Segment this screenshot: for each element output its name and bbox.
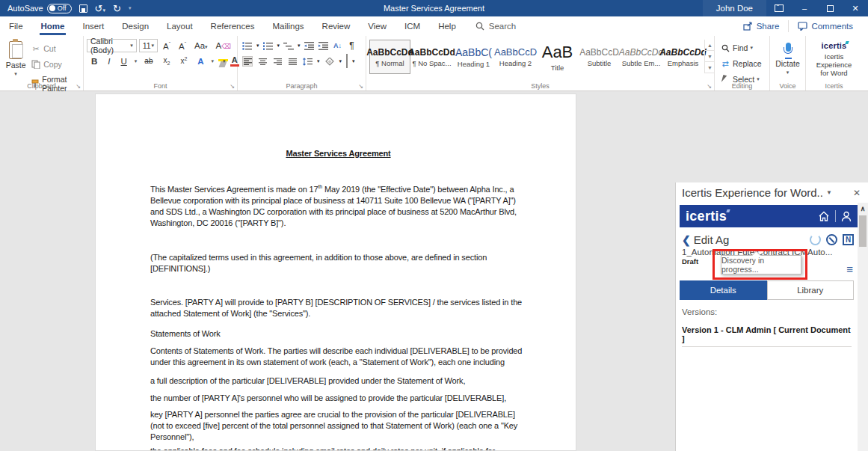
clear-formatting-button[interactable]: A⌫ [213, 40, 234, 51]
autosave-pill[interactable]: Off [47, 4, 72, 13]
borders-button[interactable] [346, 55, 348, 68]
styles-scroll-down[interactable]: ▼ [705, 51, 715, 62]
copy-button[interactable]: Copy [28, 58, 80, 71]
style-heading1[interactable]: AaBbC(Heading 1 [453, 40, 494, 74]
style-subtle-emphasis[interactable]: AaBbCcDdSubtle Em... [621, 40, 662, 74]
tab-icm[interactable]: ICM [395, 16, 429, 36]
numbering-dropdown-icon[interactable]: ▾ [277, 43, 280, 49]
borders-dropdown-icon[interactable]: ▾ [352, 58, 355, 64]
undo-icon[interactable]: ↺▾ [95, 4, 105, 13]
search-box[interactable]: Search [475, 22, 516, 31]
tab-mailings[interactable]: Mailings [263, 16, 313, 36]
styles-gallery-more[interactable]: ▼ [705, 62, 715, 73]
save-icon[interactable] [79, 4, 87, 13]
scroll-up-icon[interactable]: ∧ [858, 203, 868, 215]
tab-references[interactable]: References [202, 16, 264, 36]
shading-button[interactable] [324, 56, 335, 67]
italic-button[interactable]: I [105, 56, 113, 67]
align-center-button[interactable] [257, 56, 268, 67]
decrease-indent-button[interactable] [304, 40, 315, 51]
version-entry[interactable]: Version 1 - CLM Admin [ Current Document… [682, 325, 852, 347]
paragraph-dialog-launcher[interactable]: ↘ [358, 83, 363, 90]
multilevel-list-button[interactable] [283, 40, 294, 51]
tab-review[interactable]: Review [313, 16, 360, 36]
tab-insert[interactable]: Insert [73, 16, 113, 36]
cut-button[interactable]: ✂Cut [28, 42, 80, 55]
tab-design[interactable]: Design [113, 16, 158, 36]
styles-scroll-up[interactable]: ▲ [705, 40, 715, 51]
bullets-button[interactable] [242, 40, 253, 51]
home-icon[interactable] [818, 211, 830, 222]
align-right-button[interactable] [272, 56, 283, 67]
line-spacing-dropdown-icon[interactable]: ▾ [317, 58, 320, 64]
tab-library[interactable]: Library [767, 280, 855, 300]
style-no-spacing[interactable]: AaBbCcDd¶ No Spac... [411, 40, 452, 74]
bullets-dropdown-icon[interactable]: ▾ [256, 43, 259, 49]
replace-button[interactable]: ⇄ Replace [718, 57, 764, 70]
pane-scrollbar[interactable]: ∧ ∨ [858, 203, 868, 451]
sort-button[interactable]: A↓ [333, 40, 343, 51]
line-spacing-button[interactable] [302, 56, 313, 67]
underline-dropdown-icon[interactable]: ▾ [135, 58, 138, 64]
multilevel-dropdown-icon[interactable]: ▾ [298, 43, 301, 49]
back-chevron-icon[interactable]: ❮ [682, 234, 691, 246]
task-pane-close-icon[interactable]: ✕ [850, 188, 864, 198]
paste-button[interactable]: Paste ▾ [3, 39, 28, 80]
align-left-button[interactable] [242, 56, 253, 67]
style-normal[interactable]: AaBbCcDd¶ Normal [369, 40, 410, 74]
hamburger-menu-icon[interactable]: ≡ [846, 263, 853, 275]
autosave-toggle[interactable]: AutoSave Off [7, 4, 72, 13]
comments-button[interactable]: Comments [789, 19, 862, 33]
minimize-button[interactable]: – [792, 0, 817, 16]
underline-button[interactable]: U [118, 56, 130, 67]
dictate-button[interactable]: Dictate ▾ [773, 39, 802, 80]
account-name[interactable]: John Doe [703, 0, 766, 16]
dictate-dropdown-icon[interactable]: ▾ [787, 70, 789, 76]
numbering-button[interactable] [263, 40, 274, 51]
font-family-select[interactable]: Calibri (Body)▾ [87, 39, 137, 52]
find-button[interactable]: Find▾ [718, 41, 764, 55]
scrollbar-thumb[interactable] [859, 215, 867, 247]
show-paragraph-marks-button[interactable]: ¶ [347, 40, 357, 51]
font-size-select[interactable]: 11▾ [139, 39, 158, 52]
paste-dropdown-icon[interactable]: ▾ [14, 71, 17, 77]
close-button[interactable]: ✕ [843, 0, 868, 16]
superscript-button[interactable]: x2 [177, 55, 190, 66]
redo-icon[interactable]: ↻ [113, 4, 121, 13]
tab-file[interactable]: File [0, 16, 32, 36]
grow-font-button[interactable]: Aˆ [160, 40, 173, 52]
user-icon[interactable] [841, 211, 852, 222]
subscript-button[interactable]: x2 [160, 55, 173, 67]
highlight-dropdown-icon[interactable]: ▾ [223, 58, 226, 64]
document-page[interactable]: Master Services Agreement This Master Se… [95, 93, 576, 451]
clipboard-dialog-launcher[interactable]: ↘ [76, 83, 81, 90]
notes-icon[interactable]: N [843, 234, 854, 245]
customize-qat-icon[interactable]: ▾ [129, 5, 132, 11]
justify-button[interactable] [287, 56, 298, 67]
shading-dropdown-icon[interactable]: ▾ [339, 58, 342, 64]
font-dialog-launcher[interactable]: ↘ [230, 83, 235, 90]
style-emphasis[interactable]: AaBbCcDdEmphasis [662, 40, 704, 74]
bold-button[interactable]: B [88, 56, 100, 67]
style-subtitle[interactable]: AaBbCcDSubtitle [579, 40, 620, 74]
styles-dialog-launcher[interactable]: ↘ [707, 83, 712, 90]
change-case-button[interactable]: Aa▾ [191, 40, 211, 51]
shrink-font-button[interactable]: Aˇ [176, 40, 189, 52]
text-effects-button[interactable]: A [194, 56, 206, 67]
tab-home[interactable]: Home [32, 16, 74, 36]
restore-button[interactable] [817, 0, 843, 16]
paragraph: a full description of the particular [DE… [150, 375, 526, 387]
style-heading2[interactable]: AaBbCcDHeading 2 [495, 40, 536, 74]
increase-indent-button[interactable] [318, 40, 329, 51]
tab-details[interactable]: Details [680, 280, 767, 300]
style-title[interactable]: AaBTitle [537, 40, 578, 74]
tab-layout[interactable]: Layout [158, 16, 202, 36]
strikethrough-button[interactable]: ab [141, 56, 156, 66]
tab-view[interactable]: View [359, 16, 395, 36]
share-button[interactable]: Share [734, 19, 789, 33]
ribbon-display-options-button[interactable] [766, 0, 792, 16]
task-pane-menu-icon[interactable]: ▼ [826, 189, 832, 196]
icertis-experience-button[interactable]: icertis Icertis Experience for Word [809, 39, 859, 80]
discovery-status-icon[interactable] [826, 234, 837, 245]
tab-help[interactable]: Help [429, 16, 465, 36]
